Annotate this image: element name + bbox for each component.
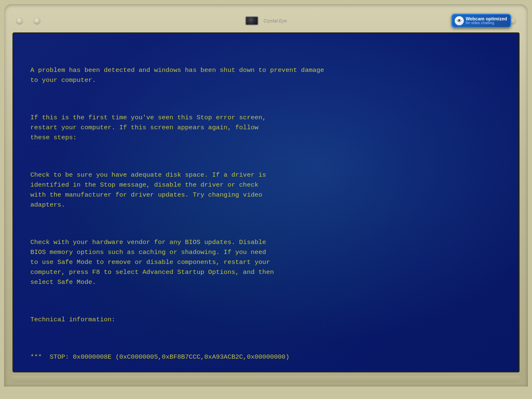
webcam-badge-text: Webcam optimized for video chatting xyxy=(466,16,507,25)
bsod-technical-label: Technical information: xyxy=(30,315,502,325)
bsod-paragraph4: Check with your hardware vendor for any … xyxy=(30,237,502,287)
laptop-bezel: Crystal Eye 👁 Webcam optimized for video… xyxy=(4,4,528,387)
bsod-stop-code: *** STOP: 0x0000008E (0xC0000005,0xBF8B7… xyxy=(30,352,502,362)
webcam-area: Crystal Eye xyxy=(245,16,287,25)
webcam-badge-line2: for video chatting xyxy=(466,21,507,25)
dot-2 xyxy=(34,18,40,24)
webcam-icon: 👁 xyxy=(455,16,464,25)
dot-1 xyxy=(17,18,22,24)
webcam-badge: 👁 Webcam optimized for video chatting xyxy=(451,14,511,28)
bsod-paragraph3: Check to be sure you have adequate disk … xyxy=(30,170,502,210)
webcam-label: Crystal Eye xyxy=(264,18,287,23)
bsod-screen: A problem has been detected and windows … xyxy=(12,32,520,372)
bsod-content: A problem has been detected and windows … xyxy=(30,45,502,372)
bsod-paragraph2: If this is the first time you've seen th… xyxy=(30,113,502,143)
bottom-strip xyxy=(12,376,520,382)
bsod-paragraph1: A problem has been detected and windows … xyxy=(30,65,502,85)
webcam-lens xyxy=(245,16,259,25)
top-bar-dots xyxy=(17,18,40,24)
top-bar: Crystal Eye 👁 Webcam optimized for video… xyxy=(12,12,520,30)
